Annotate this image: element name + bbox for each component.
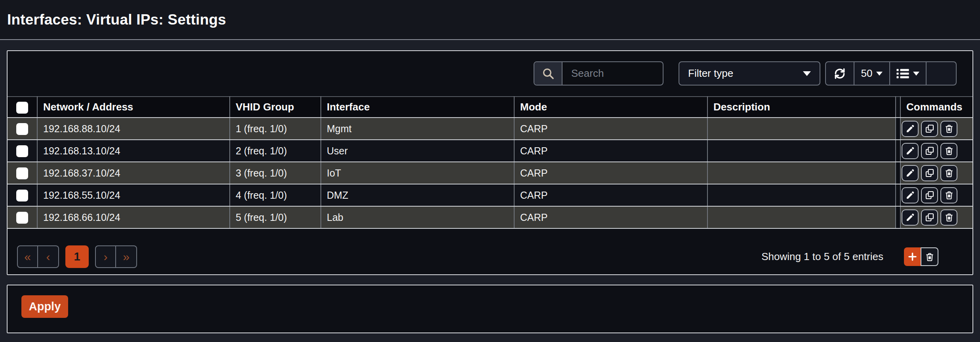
delete-selected-button[interactable] (921, 247, 938, 266)
row-checkbox[interactable] (16, 190, 28, 201)
header-mode[interactable]: Mode (514, 97, 707, 118)
pencil-icon (906, 168, 915, 178)
chevron-down-icon (803, 71, 811, 76)
cell-interface: User (321, 140, 514, 162)
cell-interface: DMZ (321, 184, 514, 206)
delete-button[interactable] (940, 121, 957, 137)
header-vhid-group[interactable]: VHID Group (230, 97, 321, 118)
row-checkbox[interactable] (16, 123, 28, 135)
cell-description (707, 206, 896, 228)
filter-type-select[interactable]: Filter type (679, 61, 820, 86)
delete-button[interactable] (940, 209, 957, 226)
trash-icon (944, 124, 954, 133)
apply-panel: Apply (7, 285, 973, 333)
search-group (534, 61, 664, 86)
trash-icon (944, 146, 954, 156)
cell-description (707, 140, 896, 162)
column-gap (896, 184, 900, 206)
pagination-next-button[interactable]: › (95, 245, 116, 268)
row-checkbox[interactable] (16, 167, 28, 179)
page-size-button[interactable]: 50 (854, 62, 889, 85)
cell-network: 192.168.37.10/24 (37, 162, 230, 184)
row-checkbox[interactable] (16, 212, 28, 224)
pagination-first-button[interactable]: « (17, 245, 38, 268)
pagination: « ‹ 1 › » (17, 245, 137, 268)
pencil-icon (906, 146, 915, 156)
cell-network: 192.168.13.10/24 (37, 140, 230, 162)
add-delete-group (904, 247, 938, 266)
cell-network: 192.168.55.10/24 (37, 184, 230, 206)
add-button[interactable] (904, 247, 921, 266)
edit-button[interactable] (902, 209, 919, 226)
select-all-checkbox[interactable] (16, 102, 28, 114)
virtual-ips-panel: Filter type 50 (7, 50, 973, 275)
delete-button[interactable] (940, 165, 957, 181)
cell-description (707, 118, 896, 140)
column-gap (896, 162, 900, 184)
clone-icon (925, 213, 934, 222)
edit-button[interactable] (902, 121, 919, 137)
plus-icon (907, 251, 918, 262)
grid-footer: « ‹ 1 › » Showing 1 to 5 of 5 entries (8, 229, 972, 274)
page-size-value: 50 (861, 67, 873, 80)
grid-toolbar: Filter type 50 (8, 51, 972, 96)
page-header: Interfaces: Virtual IPs: Settings (0, 0, 980, 40)
chevron-down-icon (876, 72, 883, 76)
pagination-page-1-button[interactable]: 1 (65, 245, 89, 268)
clone-icon (925, 190, 934, 200)
refresh-button[interactable] (826, 62, 854, 85)
pencil-icon (906, 190, 915, 200)
showing-entries-text: Showing 1 to 5 of 5 entries (761, 251, 883, 263)
footer-right: Showing 1 to 5 of 5 entries (761, 247, 938, 266)
header-description[interactable]: Description (707, 97, 896, 118)
column-selection-button[interactable] (889, 62, 926, 85)
clone-button[interactable] (921, 165, 938, 181)
table-row: 192.168.13.10/24 2 (freq. 1/0) User CARP (8, 140, 972, 162)
clone-button[interactable] (921, 121, 938, 137)
search-input[interactable] (562, 62, 663, 85)
cell-interface: IoT (321, 162, 514, 184)
column-gap (896, 118, 900, 140)
list-icon (896, 68, 909, 79)
cell-vhid: 5 (freq. 1/0) (230, 206, 321, 228)
clone-button[interactable] (921, 187, 938, 203)
trash-icon (944, 213, 954, 222)
cell-mode: CARP (514, 162, 707, 184)
pagination-last-button[interactable]: » (116, 245, 137, 268)
edit-button[interactable] (902, 143, 919, 159)
clone-icon (925, 168, 934, 178)
cell-mode: CARP (514, 118, 707, 140)
column-gap (896, 140, 900, 162)
clone-icon (925, 146, 934, 156)
filter-type-label: Filter type (688, 67, 733, 80)
pagination-prev-button[interactable]: ‹ (38, 245, 59, 268)
apply-button[interactable]: Apply (21, 295, 68, 318)
row-checkbox[interactable] (16, 145, 28, 157)
table-header-row: Network / Address VHID Group Interface M… (8, 97, 972, 118)
cell-interface: Mgmt (321, 118, 514, 140)
cell-description (707, 162, 896, 184)
column-gap (896, 97, 900, 118)
edit-button[interactable] (902, 165, 919, 181)
delete-button[interactable] (940, 187, 957, 203)
cell-description (707, 184, 896, 206)
header-interface[interactable]: Interface (321, 97, 514, 118)
column-gap (896, 206, 900, 228)
header-network-address[interactable]: Network / Address (37, 97, 230, 118)
clone-button[interactable] (921, 209, 938, 226)
clone-button[interactable] (921, 143, 938, 159)
cell-vhid: 2 (freq. 1/0) (230, 140, 321, 162)
cell-vhid: 1 (freq. 1/0) (230, 118, 321, 140)
edit-button[interactable] (902, 187, 919, 203)
table-row: 192.168.37.10/24 3 (freq. 1/0) IoT CARP (8, 162, 972, 184)
toolbar-spacer (926, 62, 956, 85)
pencil-icon (906, 124, 915, 133)
refresh-icon (833, 67, 847, 80)
cell-mode: CARP (514, 140, 707, 162)
delete-button[interactable] (940, 143, 957, 159)
table-row: 192.168.88.10/24 1 (freq. 1/0) Mgmt CARP (8, 118, 972, 140)
trash-icon (944, 168, 954, 178)
header-commands: Commands (900, 97, 972, 118)
cell-mode: CARP (514, 206, 707, 228)
virtual-ips-table: Network / Address VHID Group Interface M… (8, 96, 972, 229)
